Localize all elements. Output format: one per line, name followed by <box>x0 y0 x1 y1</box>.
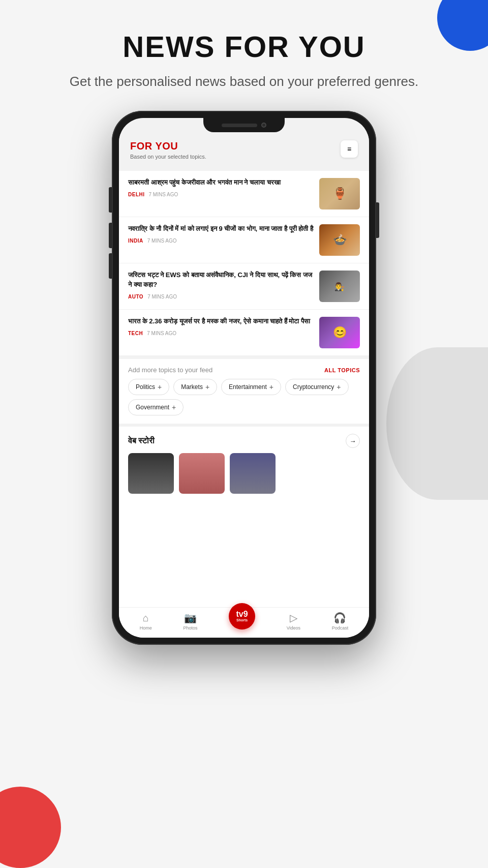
news-thumb: 😊 <box>319 317 360 348</box>
topic-tag-markets[interactable]: Markets + <box>173 379 217 395</box>
podcast-icon: 🎧 <box>333 612 346 624</box>
nav-label-podcast: Podcast <box>332 625 349 631</box>
nav-item-videos[interactable]: ▷ Videos <box>287 612 300 631</box>
video-icon: ▷ <box>290 612 297 624</box>
topic-tag-government[interactable]: Government + <box>128 399 184 415</box>
notch-speaker <box>222 124 257 127</box>
for-you-header: FOR YOU Based on your selected topics. ≡ <box>119 134 369 165</box>
nav-item-home[interactable]: ⌂ Home <box>140 612 152 631</box>
notch <box>203 118 285 132</box>
arrow-right-icon: → <box>350 437 356 445</box>
page-title: NEWS FOR YOU <box>0 31 488 63</box>
news-item[interactable]: जस्टिस भट्ट ने EWS को बताया असंवैधानिक, … <box>119 263 369 310</box>
nav-label-shorts: Shorts <box>236 618 248 622</box>
news-thumb: 🍲 <box>319 224 360 256</box>
for-you-subtitle: Based on your selected topics. <box>130 154 206 160</box>
camera-icon: 📷 <box>184 612 197 624</box>
news-text-col: साबरमती आश्रम पहुंच केजरीवाल और भगवंत मा… <box>128 178 313 197</box>
news-item[interactable]: भारत के 2.36 करोड़ यूजर्स पर है मस्क की … <box>119 310 369 356</box>
filter-icon: ≡ <box>347 145 351 153</box>
news-meta: INDIA 7 MINS AGO <box>128 238 313 244</box>
topic-label: Government <box>136 404 169 411</box>
notch-camera <box>261 123 266 128</box>
thumb-image: 🍲 <box>319 224 360 256</box>
news-time: 7 MINS AGO <box>147 331 176 336</box>
news-item[interactable]: नवरात्रि के नौ दिनों में मां को लगाएं इन… <box>119 217 369 263</box>
news-headline: जस्टिस भट्ट ने EWS को बताया असंवैधानिक, … <box>128 271 313 290</box>
news-meta: TECH 7 MINS AGO <box>128 331 313 336</box>
nav-label-photos: Photos <box>183 625 197 631</box>
story-image-3 <box>230 453 276 494</box>
nav-label-home: Home <box>140 625 152 631</box>
web-stories-section: वेब स्टोरी → <box>119 424 369 499</box>
page-header: NEWS FOR YOU Get the personalised news b… <box>0 0 488 106</box>
news-text-col: नवरात्रि के नौ दिनों में मां को लगाएं इन… <box>128 224 313 244</box>
story-image-1 <box>128 453 174 494</box>
phone-screen: FOR YOU Based on your selected topics. ≡… <box>119 118 369 638</box>
topic-tag-entertainment[interactable]: Entertainment + <box>221 379 281 395</box>
filter-button[interactable]: ≡ <box>341 140 358 158</box>
web-stories-header: वेब स्टोरी → <box>128 434 360 448</box>
news-meta: DELHI 7 MINS AGO <box>128 192 313 197</box>
news-thumb: 👨‍⚖️ <box>319 271 360 302</box>
news-tag: INDIA <box>128 238 143 244</box>
web-stories-title: वेब स्टोरी <box>128 436 155 445</box>
nav-item-shorts[interactable]: tv9 Shorts <box>229 603 255 630</box>
topic-plus-icon: + <box>337 383 341 391</box>
news-tag: TECH <box>128 331 143 336</box>
bg-circle-red <box>0 787 61 868</box>
news-time: 7 MINS AGO <box>147 238 177 244</box>
story-image-2 <box>179 453 225 494</box>
topic-label: Markets <box>181 383 203 391</box>
for-you-header-text: FOR YOU Based on your selected topics. <box>130 140 206 160</box>
news-text-col: भारत के 2.36 करोड़ यूजर्स पर है मस्क की … <box>128 317 313 336</box>
all-topics-button[interactable]: ALL TOPICS <box>324 367 360 373</box>
nav-item-photos[interactable]: 📷 Photos <box>183 612 197 631</box>
story-thumb[interactable] <box>230 453 276 494</box>
phone-frame: FOR YOU Based on your selected topics. ≡… <box>112 111 376 645</box>
topic-label: Cryptocurrency <box>293 383 334 391</box>
home-icon: ⌂ <box>143 612 149 624</box>
topic-label: Politics <box>136 383 155 391</box>
screen-content: FOR YOU Based on your selected topics. ≡… <box>119 118 369 638</box>
phone-wrapper: FOR YOU Based on your selected topics. ≡… <box>0 111 488 645</box>
web-stories-row <box>128 453 360 494</box>
news-list: साबरमती आश्रम पहुंच केजरीवाल और भगवंत मा… <box>119 171 369 607</box>
for-you-title: FOR YOU <box>130 140 206 152</box>
thumb-image: 👨‍⚖️ <box>319 271 360 302</box>
news-tag: DELHI <box>128 192 145 197</box>
topic-label: Entertainment <box>229 383 267 391</box>
news-headline: साबरमती आश्रम पहुंच केजरीवाल और भगवंत मा… <box>128 178 313 188</box>
topics-label: Add more topics to your feed <box>128 366 212 374</box>
story-thumb[interactable] <box>179 453 225 494</box>
story-thumb[interactable] <box>128 453 174 494</box>
topic-plus-icon: + <box>158 383 162 391</box>
news-thumb: 🏺 <box>319 178 360 209</box>
topic-tags: Politics + Markets + Entertainment + <box>128 379 360 415</box>
topic-tag-cryptocurrency[interactable]: Cryptocurrency + <box>285 379 349 395</box>
thumb-image: 😊 <box>319 317 360 348</box>
topic-plus-icon: + <box>269 383 273 391</box>
news-text-col: जस्टिस भट्ट ने EWS को बताया असंवैधानिक, … <box>128 271 313 300</box>
topic-tag-politics[interactable]: Politics + <box>128 379 169 395</box>
topic-plus-icon: + <box>172 403 176 411</box>
news-headline: भारत के 2.36 करोड़ यूजर्स पर है मस्क की … <box>128 317 313 326</box>
news-item[interactable]: साबरमती आश्रम पहुंच केजरीवाल और भगवंत मा… <box>119 171 369 217</box>
thumb-image: 🏺 <box>319 178 360 209</box>
bottom-nav: ⌂ Home 📷 Photos tv9 Shorts ▷ Videos <box>119 607 369 638</box>
topics-header: Add more topics to your feed ALL TOPICS <box>128 366 360 374</box>
nav-label-videos: Videos <box>287 625 300 631</box>
page-subtitle: Get the personalised news based on your … <box>0 72 488 91</box>
news-tag: AUTO <box>128 294 143 300</box>
news-time: 7 MINS AGO <box>147 294 177 300</box>
web-stories-arrow-button[interactable]: → <box>346 434 360 448</box>
topics-section: Add more topics to your feed ALL TOPICS … <box>119 356 369 424</box>
nav-item-podcast[interactable]: 🎧 Podcast <box>332 612 349 631</box>
news-headline: नवरात्रि के नौ दिनों में मां को लगाएं इन… <box>128 224 313 234</box>
news-time: 7 MINS AGO <box>149 192 178 197</box>
topic-plus-icon: + <box>205 383 209 391</box>
tv9-icon: tv9 <box>236 610 248 618</box>
news-meta: AUTO 7 MINS AGO <box>128 294 313 300</box>
